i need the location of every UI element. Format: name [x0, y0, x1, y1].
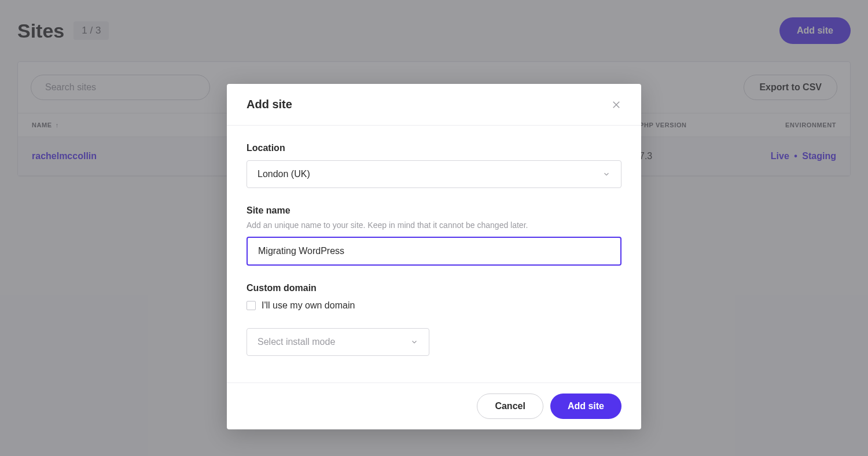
sitename-label: Site name	[247, 205, 621, 216]
chevron-down-icon	[410, 338, 418, 346]
location-label: Location	[247, 143, 621, 153]
install-mode-placeholder: Select install mode	[258, 337, 335, 347]
install-mode-select[interactable]: Select install mode	[247, 328, 429, 356]
sitename-help-text: Add an unique name to your site. Keep in…	[247, 220, 621, 230]
customdomain-checkbox-label: I'll use my own domain	[262, 300, 355, 311]
modal-title: Add site	[247, 98, 292, 111]
chevron-down-icon	[602, 170, 610, 178]
close-icon[interactable]	[611, 100, 621, 110]
location-select[interactable]: London (UK)	[247, 160, 621, 188]
add-site-submit-button[interactable]: Add site	[550, 394, 621, 419]
location-value: London (UK)	[258, 169, 310, 179]
add-site-modal: Add site Location London (UK) Site name …	[227, 84, 641, 429]
sitename-input[interactable]	[247, 237, 621, 266]
modal-overlay[interactable]: Add site Location London (UK) Site name …	[0, 0, 868, 456]
customdomain-label: Custom domain	[247, 283, 621, 293]
cancel-button[interactable]: Cancel	[477, 394, 543, 419]
customdomain-checkbox-row[interactable]: I'll use my own domain	[247, 300, 621, 311]
checkbox-icon[interactable]	[247, 301, 256, 310]
